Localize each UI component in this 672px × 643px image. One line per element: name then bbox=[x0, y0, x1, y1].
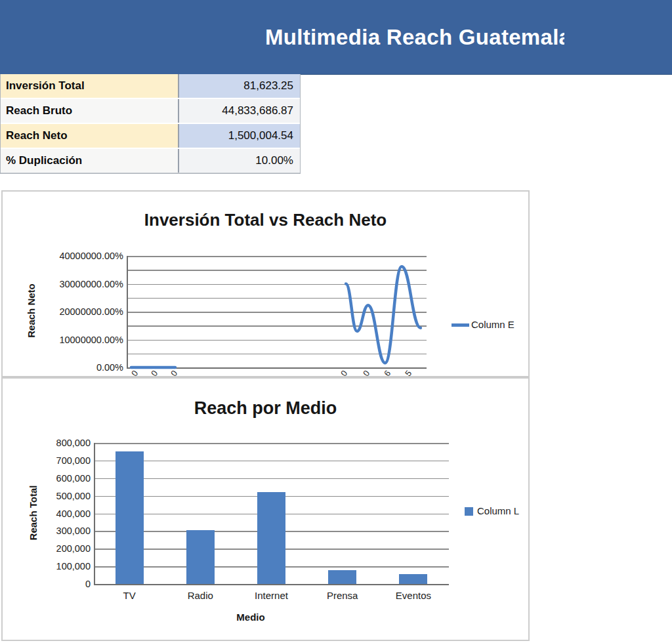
header-title-clip: Multimedia Reach Guatemala bbox=[265, 0, 564, 74]
table-label-cell[interactable]: % Duplicación bbox=[1, 149, 179, 173]
table-value-cell[interactable]: 44,833,686.87 bbox=[179, 99, 300, 123]
line-legend-swatch-icon bbox=[452, 323, 469, 327]
table-row[interactable]: Inversión Total81,623.25 bbox=[1, 74, 300, 99]
x-category-label: Internet bbox=[239, 590, 304, 601]
line-series bbox=[127, 256, 427, 367]
bar-chart-panel[interactable]: Reach por Medio Reach Total Medio Column… bbox=[1, 377, 530, 641]
table-label-cell[interactable]: Reach Bruto bbox=[1, 99, 179, 123]
y-tick-label: 10000000.00% bbox=[35, 334, 123, 346]
table-value-cell[interactable]: 10.00% bbox=[179, 149, 300, 173]
bar-eventos bbox=[399, 574, 427, 584]
line-chart-title: Inversión Total vs Reach Neto bbox=[3, 210, 528, 230]
bar-chart-title: Reach por Medio bbox=[3, 398, 528, 419]
spreadsheet-page: { "header": { "title": "Multimedia Reach… bbox=[0, 0, 672, 643]
y-tick-label: 0 bbox=[37, 578, 91, 590]
x-category-label: TV bbox=[96, 590, 162, 601]
x-tick-label-clipped: 0 bbox=[361, 368, 371, 377]
table-label-cell[interactable]: Reach Neto bbox=[1, 124, 179, 148]
x-tick-label-clipped: 5 bbox=[403, 368, 413, 377]
line-chart-y-axis-title: Reach Neto bbox=[26, 259, 37, 363]
y-tick-label: 700,000 bbox=[37, 455, 91, 467]
table-row[interactable]: % Duplicación10.00% bbox=[1, 149, 300, 173]
table-row[interactable]: Reach Bruto44,833,686.87 bbox=[1, 99, 300, 124]
summary-table: Inversión Total81,623.25Reach Bruto44,83… bbox=[0, 74, 301, 174]
y-tick-label: 30000000.00% bbox=[35, 278, 123, 290]
y-axis-line bbox=[94, 443, 95, 584]
page-title: Multimedia Reach Guatemala bbox=[265, 25, 564, 50]
x-tick-label-clipped: 0 bbox=[169, 368, 179, 377]
line-chart-panel[interactable]: Inversión Total vs Reach Neto Reach Neto… bbox=[1, 190, 530, 377]
bar-legend-label: Column L bbox=[477, 505, 519, 516]
y-tick-label: 200,000 bbox=[37, 543, 91, 554]
y-tick-label: 20000000.00% bbox=[35, 306, 123, 318]
y-tick-label: 400,000 bbox=[37, 508, 91, 520]
y-tick-label: 40000000.00% bbox=[35, 250, 123, 262]
y-tick-label: 100,000 bbox=[37, 560, 91, 572]
gridline bbox=[94, 584, 449, 585]
x-tick-label-clipped: 6 bbox=[382, 368, 392, 377]
x-category-label: Prensa bbox=[310, 590, 375, 601]
bar-radio bbox=[186, 530, 215, 584]
gridline bbox=[94, 478, 449, 480]
x-category-label: Eventos bbox=[381, 590, 446, 601]
y-tick-label: 500,000 bbox=[37, 490, 91, 502]
line-legend-label: Column E bbox=[471, 319, 514, 330]
x-category-label: Radio bbox=[167, 590, 233, 601]
bar-prensa bbox=[328, 570, 356, 584]
x-tick-label-clipped: 0 bbox=[149, 368, 159, 377]
y-tick-label: 0.00% bbox=[35, 362, 123, 373]
table-label-cell[interactable]: Inversión Total bbox=[1, 74, 179, 98]
bar-legend-swatch-icon bbox=[465, 507, 473, 516]
y-tick-label: 300,000 bbox=[37, 525, 91, 537]
x-tick-label-clipped: 0 bbox=[129, 368, 140, 377]
header-banner: Multimedia Reach Guatemala bbox=[0, 0, 672, 75]
gridline bbox=[94, 443, 449, 444]
y-tick-label: 600,000 bbox=[37, 472, 91, 484]
table-row[interactable]: Reach Neto1,500,004.54 bbox=[1, 124, 300, 149]
bar-tv bbox=[116, 451, 144, 584]
table-value-cell[interactable]: 1,500,004.54 bbox=[179, 124, 300, 148]
table-value-cell[interactable]: 81,623.25 bbox=[179, 74, 300, 98]
y-tick-label: 800,000 bbox=[37, 437, 91, 449]
bar-chart-x-axis-title: Medio bbox=[185, 612, 316, 623]
x-tick-label-clipped: 0 bbox=[339, 368, 349, 377]
gridline bbox=[94, 461, 449, 462]
bar-internet bbox=[257, 492, 285, 584]
